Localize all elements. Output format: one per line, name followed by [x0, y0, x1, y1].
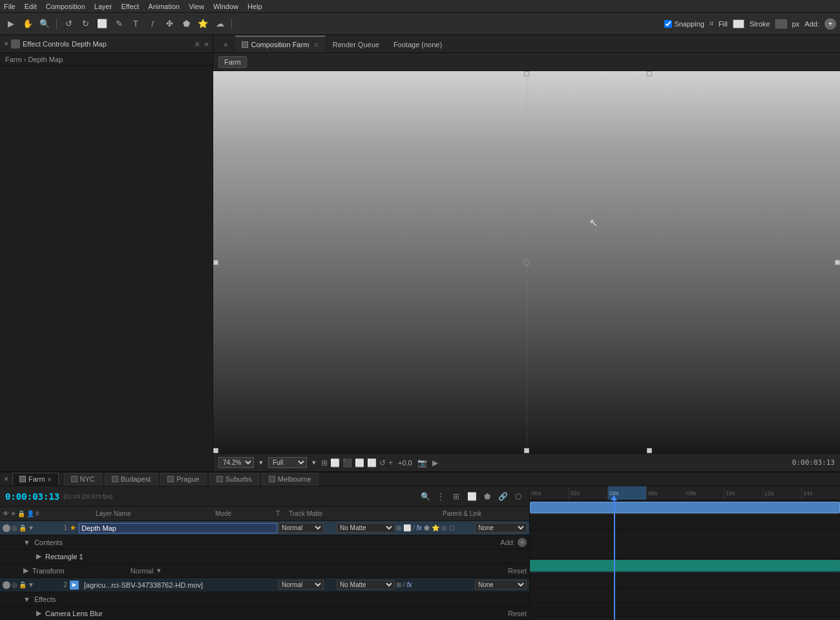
tl-icon-6[interactable]: ⬡ — [512, 491, 524, 502]
transform-handle-top-right[interactable] — [647, 71, 652, 76]
layer-row-2[interactable]: ◎ 🔒 ▼ 2 ▶ [agricu...rci-SBV-347338762-HD… — [0, 578, 529, 592]
panel-menu-icon[interactable]: ≡ — [195, 40, 199, 48]
tab-footage[interactable]: Footage (none) — [387, 36, 448, 52]
transform-handle-bottom-left[interactable] — [213, 448, 218, 453]
timeline-close-x[interactable]: × — [4, 475, 8, 484]
fill-swatch[interactable] — [733, 19, 744, 28]
center-point[interactable] — [523, 259, 530, 266]
tl-icon-3[interactable]: ⬜ — [466, 491, 478, 502]
tool-brush[interactable]: ☁ — [213, 17, 227, 31]
add-button[interactable]: + — [824, 18, 836, 30]
layer-1-mode-select[interactable]: Normal — [278, 523, 324, 533]
tab-menu-icon[interactable]: ≡ — [314, 41, 318, 48]
reset-label[interactable]: Reset — [508, 567, 527, 575]
layer-2-mode-select[interactable]: Normal — [278, 580, 324, 590]
layer-2-switch-2[interactable]: / — [403, 581, 405, 588]
stroke-swatch[interactable] — [775, 19, 787, 28]
refresh-icon[interactable]: ↺ — [379, 458, 386, 467]
tool-pen[interactable]: ✎ — [112, 17, 126, 31]
transform-handle-mid-right[interactable] — [835, 260, 840, 265]
contents-expand[interactable]: ▼ — [23, 539, 30, 546]
menu-help[interactable]: Help — [247, 3, 262, 10]
tl-icon-4[interactable]: ⬟ — [481, 491, 493, 502]
layer-1-switch-2[interactable]: ⬜ — [403, 524, 411, 531]
tool-rect[interactable]: ⬜ — [95, 17, 109, 31]
tab-render-queue[interactable]: Render Queue — [326, 36, 386, 52]
blur-expand[interactable]: ▶ — [36, 609, 41, 617]
layer-1-matte-select[interactable]: No Matte — [337, 523, 395, 533]
tool-text[interactable]: T — [129, 17, 143, 31]
effects-expand[interactable]: ▼ — [23, 595, 30, 603]
layer-1-switch-4[interactable]: ⬟ — [424, 524, 430, 531]
layer-2-collapse[interactable]: ▼ — [28, 581, 34, 588]
layer-2-lock[interactable]: 🔒 — [19, 581, 26, 588]
layer-2-matte-select[interactable]: No Matte — [337, 580, 395, 590]
extra-comp-nyc[interactable]: NYC — [64, 473, 102, 486]
view-icon[interactable]: ⬜ — [367, 458, 377, 467]
track-fill-layer-2[interactable] — [530, 560, 840, 572]
snapping-checkbox[interactable] — [664, 20, 672, 28]
layer-1-visibility[interactable] — [3, 524, 10, 532]
layer-1-solo[interactable]: ◎ — [12, 524, 17, 531]
plus-icon[interactable]: + — [388, 458, 393, 467]
panel-close-button[interactable]: × — [4, 39, 8, 48]
menu-view[interactable]: View — [189, 3, 204, 10]
tool-shape[interactable]: ⬟ — [179, 17, 193, 31]
search-layers-button[interactable]: 🔍 — [419, 491, 431, 502]
farm-tab-close[interactable]: ≡ — [48, 476, 52, 483]
layer-1-switch-5[interactable]: ⭐ — [432, 524, 439, 531]
layer-2-visibility[interactable] — [3, 581, 10, 589]
menu-animation[interactable]: Animation — [148, 3, 180, 10]
layer-1-switch-3[interactable]: / — [413, 524, 415, 531]
preview-close-x[interactable]: × — [224, 41, 227, 48]
camera-icon[interactable]: 📷 — [417, 458, 427, 467]
extra-comp-budapest[interactable]: Budapest — [105, 473, 158, 486]
add-contents-button[interactable]: + — [518, 538, 527, 547]
layer-1-switch-7[interactable]: ⬡ — [449, 524, 455, 531]
timeline-tab-farm[interactable]: Farm ≡ — [12, 473, 59, 486]
tl-icon-2[interactable]: ⊞ — [450, 491, 462, 502]
preview-toggle[interactable]: ▶ — [432, 458, 438, 467]
transform-handle-bottom-right[interactable] — [647, 448, 652, 453]
tl-icon-5[interactable]: 🔗 — [497, 491, 509, 502]
panel-expand-icon[interactable]: » — [204, 39, 209, 48]
grid-icon[interactable]: ⊞ — [321, 458, 328, 467]
zoom-select[interactable]: 74.2% 50% 100% — [218, 457, 254, 468]
tool-hand[interactable]: ✋ — [21, 17, 35, 31]
quality-select[interactable]: Full Half Quarter — [268, 457, 307, 468]
layer-1-parent-select[interactable]: None — [475, 523, 527, 533]
display-icon[interactable]: ⬜ — [330, 458, 340, 467]
extra-comp-melbourne[interactable]: Melbourne — [262, 473, 319, 486]
safe-icon[interactable]: ⬛ — [342, 458, 352, 467]
menu-composition[interactable]: Composition — [46, 3, 85, 10]
menu-edit[interactable]: Edit — [25, 3, 37, 10]
menu-layer[interactable]: Layer — [94, 3, 112, 10]
menu-window[interactable]: Window — [213, 3, 238, 10]
layer-1-name-input[interactable] — [79, 523, 277, 533]
rect-expand[interactable]: ▶ — [36, 552, 41, 561]
menu-file[interactable]: File — [4, 3, 16, 10]
comp-farm-button[interactable]: Farm — [218, 56, 247, 68]
tab-composition-farm[interactable]: Composition Farm ≡ — [235, 36, 324, 52]
tool-star[interactable]: ⭐ — [196, 17, 210, 31]
tl-icon-1[interactable]: ⋮ — [435, 491, 446, 502]
blur-reset-label[interactable]: Reset — [508, 610, 527, 617]
current-time-display[interactable]: 0:00:03:13 — [5, 491, 59, 502]
layer-2-parent-select[interactable]: None — [475, 580, 527, 590]
layer-1-collapse[interactable]: ▼ — [28, 524, 34, 531]
normal-dropdown-icon[interactable]: ▾ — [157, 566, 161, 575]
layer-1-lock[interactable]: 🔒 — [19, 524, 26, 531]
layer-row-1[interactable]: ◎ 🔒 ▼ 1 ★ Normal No Matte ⊞ — [0, 521, 529, 535]
transform-expand[interactable]: ▶ — [23, 566, 28, 575]
layer-2-solo[interactable]: ◎ — [12, 581, 17, 588]
track-fill-layer-1[interactable] — [530, 502, 840, 513]
layer-1-switch-6[interactable]: ◎ — [441, 524, 447, 531]
tool-move[interactable]: ✤ — [162, 17, 176, 31]
extra-comp-suburbs[interactable]: Suburbs — [209, 473, 259, 486]
layer-1-switch-1[interactable]: ⊞ — [396, 524, 401, 531]
transform-handle-mid-left[interactable] — [213, 260, 218, 265]
tool-line[interactable]: / — [145, 17, 160, 31]
tool-redo[interactable]: ↻ — [78, 17, 92, 31]
layer-2-switch-1[interactable]: ⊞ — [396, 581, 401, 588]
menu-effect[interactable]: Effect — [121, 3, 139, 10]
